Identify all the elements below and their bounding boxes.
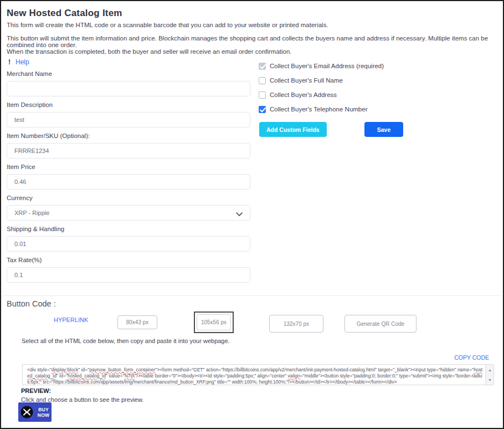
item-description-label: Item Description bbox=[7, 101, 250, 109]
checkbox-row-address[interactable]: Collect Buyer's Address bbox=[259, 91, 497, 99]
buy-now-label: BUY NOW bbox=[35, 407, 52, 418]
checkbox-collect-full-name[interactable] bbox=[259, 77, 266, 84]
scroll-down-icon[interactable]: ▼ bbox=[486, 376, 494, 384]
currency-field: Currency XRP - Ripple bbox=[7, 194, 250, 221]
buyer-info-options: Collect Buyer's Email Address (required)… bbox=[259, 62, 497, 137]
xrp-logo-icon bbox=[20, 406, 33, 418]
item-description-input[interactable] bbox=[7, 112, 250, 127]
help-row: !Help bbox=[8, 58, 29, 66]
merchant-name-input[interactable] bbox=[7, 81, 250, 96]
merchant-name-field: Merchant Name bbox=[7, 70, 250, 96]
checkbox-label: Collect Buyer's Address bbox=[270, 91, 337, 98]
size-button-105x56-selected[interactable]: 105x56 px bbox=[194, 311, 234, 333]
section-divider bbox=[2, 295, 502, 296]
checkbox-collect-telephone[interactable] bbox=[259, 106, 266, 113]
checkbox-row-email[interactable]: Collect Buyer's Email Address (required) bbox=[259, 62, 497, 70]
copy-code-link[interactable]: COPY CODE bbox=[454, 354, 489, 361]
checkbox-collect-email[interactable] bbox=[259, 63, 266, 70]
checkbox-label: Collect Buyer's Email Address (required) bbox=[270, 63, 384, 69]
size-button-80x43[interactable]: 80x43 px bbox=[117, 315, 157, 329]
shipping-handling-field: Shipping & Handling bbox=[7, 225, 250, 252]
code-instruction: Select all of the HTML code below, then … bbox=[22, 338, 230, 344]
buy-now-preview-button[interactable]: BUY NOW bbox=[18, 402, 52, 422]
html-code-text: <div style="display:block" id="paynow_bu… bbox=[23, 365, 485, 385]
shipping-handling-label: Shipping & Handling bbox=[7, 225, 250, 233]
intro-paragraph-3: When the transaction is completed, both … bbox=[7, 48, 292, 55]
catalog-item-form: Merchant Name Item Description Item Numb… bbox=[7, 70, 250, 287]
item-sku-input[interactable] bbox=[7, 143, 250, 159]
intro-paragraph-2: This button will submit the item informa… bbox=[7, 35, 503, 48]
preview-label: PREVIEW: bbox=[21, 387, 51, 394]
currency-label: Currency bbox=[7, 194, 250, 202]
checkbox-collect-address[interactable] bbox=[259, 91, 266, 99]
checkbox-label: Collect Buyer's Full Name bbox=[270, 77, 343, 84]
merchant-name-label: Merchant Name bbox=[7, 70, 250, 78]
item-sku-field: Item Number/SKU (Optional): bbox=[7, 132, 250, 159]
form-actions: Add Custom Fields Save bbox=[259, 122, 497, 137]
html-code-textarea[interactable]: <div style="display:block" id="paynow_bu… bbox=[22, 364, 494, 385]
size-button-132x70[interactable]: 132x70 px bbox=[269, 315, 323, 333]
item-price-input[interactable] bbox=[7, 174, 250, 190]
currency-select[interactable]: XRP - Ripple bbox=[7, 205, 250, 221]
shipping-handling-input[interactable] bbox=[7, 236, 250, 252]
tax-rate-label: Tax Rate(%) bbox=[7, 256, 250, 264]
currency-selected-value: XRP - Ripple bbox=[14, 210, 49, 216]
code-scrollbar[interactable]: ▲ ▼ bbox=[485, 365, 493, 385]
chevron-down-icon bbox=[236, 211, 243, 218]
item-price-label: Item Price bbox=[7, 163, 250, 171]
checkbox-label: Collect Buyer's Telephone Number bbox=[270, 106, 368, 113]
hyperlink-link[interactable]: HYPERLINK bbox=[54, 316, 88, 323]
add-custom-fields-button[interactable]: Add Custom Fields bbox=[259, 122, 327, 137]
save-button[interactable]: Save bbox=[364, 122, 403, 137]
tax-rate-input[interactable] bbox=[7, 267, 250, 283]
tax-rate-field: Tax Rate(%) bbox=[7, 256, 250, 283]
exclamation-icon: ! bbox=[8, 58, 11, 66]
button-code-title: Button Code : bbox=[7, 299, 56, 308]
generate-qr-code-button[interactable]: Generate QR Code bbox=[344, 315, 416, 333]
intro-paragraph-1: This form will create the HTML code or a… bbox=[7, 22, 328, 28]
item-sku-label: Item Number/SKU (Optional): bbox=[7, 132, 250, 140]
item-price-field: Item Price bbox=[7, 163, 250, 190]
new-hosted-catalog-item-page: New Hosted Catalog Item This form will c… bbox=[0, 0, 504, 429]
scroll-up-icon[interactable]: ▲ bbox=[486, 366, 494, 374]
help-link[interactable]: Help bbox=[16, 58, 29, 66]
page-title: New Hosted Catalog Item bbox=[7, 8, 122, 19]
size-button-105x56-label: 105x56 px bbox=[197, 314, 231, 330]
checkbox-row-telephone[interactable]: Collect Buyer's Telephone Number bbox=[259, 105, 497, 113]
item-description-field: Item Description bbox=[7, 101, 250, 127]
checkbox-row-full-name[interactable]: Collect Buyer's Full Name bbox=[259, 76, 497, 84]
